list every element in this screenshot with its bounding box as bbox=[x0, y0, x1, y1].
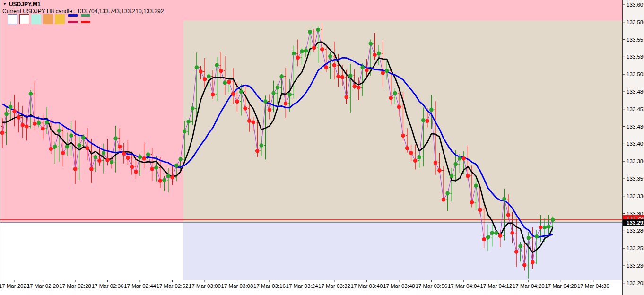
svg-text:133.255: 133.255 bbox=[627, 245, 644, 251]
legend-swatches bbox=[8, 14, 90, 24]
svg-text:17 Mar 04:20: 17 Mar 04:20 bbox=[513, 283, 545, 289]
symbol-title: ▼ USDJPY,M1 bbox=[3, 1, 41, 8]
symbol-timeframe-label: USDJPY,M1 bbox=[9, 1, 41, 8]
svg-text:133.380: 133.380 bbox=[627, 158, 644, 164]
svg-text:133.230: 133.230 bbox=[627, 263, 644, 269]
svg-text:17 Mar 03:48: 17 Mar 03:48 bbox=[383, 283, 415, 289]
indicator-info-line: Current USDJPY H8 candle : 133.704,133.7… bbox=[2, 8, 164, 15]
swatch-blue-crimson-dashes-bottom bbox=[68, 21, 78, 23]
price-badges: 133.296133.292 bbox=[623, 215, 644, 226]
svg-text:133.580: 133.580 bbox=[627, 19, 644, 25]
swatch-white-blue-border bbox=[8, 14, 17, 24]
svg-text:133.292: 133.292 bbox=[627, 220, 644, 226]
swatch-amber bbox=[55, 14, 65, 24]
chart-menu-dropdown-icon[interactable]: ▼ bbox=[3, 1, 7, 7]
chart-canvas[interactable]: 133.605133.580133.555133.530133.505133.4… bbox=[0, 0, 644, 295]
svg-text:133.330: 133.330 bbox=[627, 193, 644, 199]
swatch-blue-crimson-dashes bbox=[68, 14, 78, 23]
svg-text:17 Mar 03:24: 17 Mar 03:24 bbox=[286, 283, 318, 289]
svg-text:17 Mar 02:28: 17 Mar 02:28 bbox=[59, 283, 91, 289]
svg-text:133.455: 133.455 bbox=[627, 106, 644, 112]
svg-text:17 Mar 03:56: 17 Mar 03:56 bbox=[415, 283, 447, 289]
svg-text:133.205: 133.205 bbox=[627, 280, 644, 286]
svg-text:133.505: 133.505 bbox=[627, 71, 644, 77]
swatch-green-red-dashes-top bbox=[81, 14, 90, 17]
svg-text:17 Mar 04:04: 17 Mar 04:04 bbox=[448, 283, 480, 289]
svg-text:17 Mar 03:08: 17 Mar 03:08 bbox=[221, 283, 253, 289]
svg-text:17 Mar 03:16: 17 Mar 03:16 bbox=[253, 283, 286, 289]
swatch-green-red-dashes bbox=[81, 14, 90, 23]
svg-text:133.605: 133.605 bbox=[627, 2, 644, 8]
swatch-orange bbox=[43, 14, 53, 24]
svg-text:17 Mar 04:28: 17 Mar 04:28 bbox=[545, 283, 577, 289]
mt4-chart-window: 133.605133.580133.555133.530133.505133.4… bbox=[0, 0, 644, 295]
svg-text:17 Mar 03:00: 17 Mar 03:00 bbox=[189, 283, 221, 289]
svg-text:17 Mar 02:36: 17 Mar 02:36 bbox=[92, 283, 124, 289]
swatch-green-red-dashes-bottom bbox=[81, 21, 90, 23]
svg-text:17 Mar 03:32: 17 Mar 03:32 bbox=[318, 283, 350, 289]
svg-text:17 Mar 2023: 17 Mar 2023 bbox=[0, 283, 29, 289]
svg-text:133.530: 133.530 bbox=[627, 54, 644, 60]
swatch-blue-crimson-dashes-top bbox=[68, 14, 78, 17]
svg-text:133.405: 133.405 bbox=[627, 141, 644, 147]
svg-text:133.355: 133.355 bbox=[627, 176, 644, 182]
swatch-white-red-border bbox=[19, 14, 29, 24]
svg-text:17 Mar 03:40: 17 Mar 03:40 bbox=[351, 283, 383, 289]
svg-text:17 Mar 04:36: 17 Mar 04:36 bbox=[577, 283, 609, 289]
svg-text:133.280: 133.280 bbox=[627, 228, 644, 234]
svg-text:17 Mar 02:20: 17 Mar 02:20 bbox=[27, 283, 59, 289]
svg-text:133.555: 133.555 bbox=[627, 37, 644, 43]
svg-text:133.430: 133.430 bbox=[627, 124, 644, 130]
svg-text:17 Mar 02:44: 17 Mar 02:44 bbox=[124, 283, 156, 289]
swatch-pale-turquoise bbox=[31, 14, 41, 24]
svg-text:17 Mar 04:12: 17 Mar 04:12 bbox=[480, 283, 512, 289]
svg-text:17 Mar 02:52: 17 Mar 02:52 bbox=[157, 283, 189, 289]
svg-text:133.480: 133.480 bbox=[627, 89, 644, 95]
